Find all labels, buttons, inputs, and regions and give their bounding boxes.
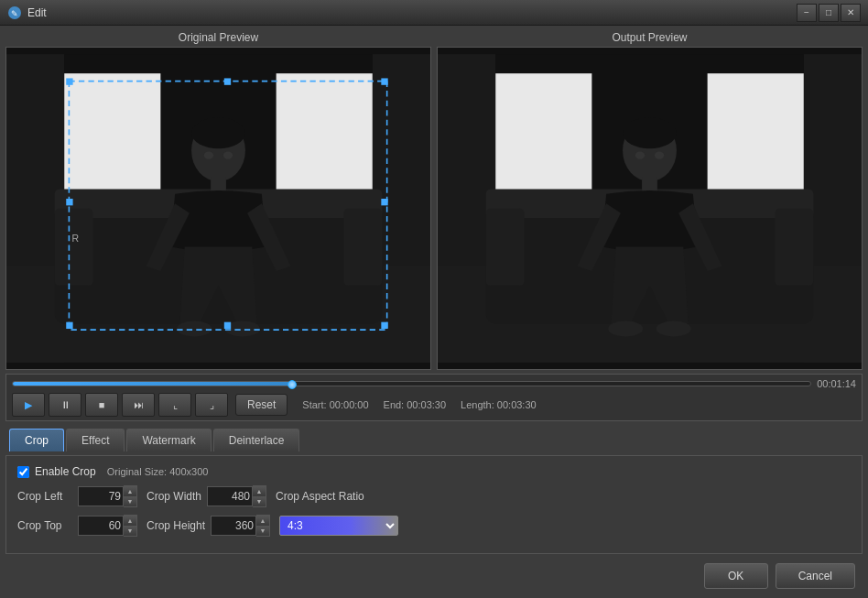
crop-left-down[interactable]: ▼ <box>124 496 136 506</box>
svg-rect-11 <box>343 209 382 286</box>
crop-panel: Enable Crop Original Size: 400x300 Crop … <box>5 455 863 554</box>
tab-deinterlace[interactable]: Deinterlace <box>213 429 300 451</box>
next-frame-button[interactable]: ⏭ <box>122 393 155 417</box>
svg-rect-26 <box>66 199 72 205</box>
app-icon: ✎ <box>7 5 22 20</box>
crop-height-spinner-btns: ▲ ▼ <box>256 515 270 537</box>
crop-width-spinner-btns: ▲ ▼ <box>253 485 266 507</box>
playback-controls: ▶ ⏸ ■ ⏭ ⌞ ⌟ Reset Start: 00:00:00 End: 0… <box>12 393 856 417</box>
crop-height-up[interactable]: ▲ <box>256 516 269 526</box>
crop-width-spinner: ▲ ▼ <box>207 485 266 507</box>
svg-point-17 <box>204 151 214 158</box>
timeline-thumb[interactable] <box>288 380 297 389</box>
crop-top-label: Crop Top <box>17 519 72 532</box>
tab-watermark[interactable]: Watermark <box>126 429 211 451</box>
enable-crop-group: Enable Crop Original Size: 400x300 <box>17 465 208 478</box>
svg-rect-37 <box>486 209 525 286</box>
output-preview-label: Output Preview <box>437 31 863 44</box>
crop-height-input[interactable] <box>211 516 256 536</box>
original-size-label: Original Size: 400x300 <box>107 466 209 477</box>
svg-rect-30 <box>495 73 591 208</box>
original-video-svg: R <box>6 48 430 369</box>
enable-crop-label: Enable Crop <box>35 465 96 478</box>
crop-width-group: Crop Width ▲ ▼ <box>146 485 266 507</box>
mark-in-button[interactable]: ⌞ <box>158 393 191 417</box>
start-time-value: 00:00:00 <box>330 399 369 410</box>
timeline-slider[interactable] <box>12 381 811 386</box>
svg-rect-10 <box>55 209 93 286</box>
crop-height-down[interactable]: ▼ <box>256 526 269 536</box>
crop-top-up[interactable]: ▲ <box>124 516 136 526</box>
svg-text:✎: ✎ <box>11 9 18 18</box>
svg-rect-4 <box>277 73 373 208</box>
maximize-button[interactable]: □ <box>819 4 839 22</box>
svg-point-42 <box>608 321 643 337</box>
svg-rect-3 <box>64 73 160 208</box>
svg-rect-25 <box>224 322 231 329</box>
tab-effect[interactable]: Effect <box>66 429 125 451</box>
crop-left-up[interactable]: ▲ <box>124 486 136 496</box>
end-time-value: 00:03:30 <box>407 399 446 410</box>
crop-row1: Crop Left ▲ ▼ Crop Width ▲ ▼ <box>17 485 851 507</box>
svg-point-15 <box>177 321 212 337</box>
crop-height-spinner: ▲ ▼ <box>211 515 270 537</box>
crop-enable-row: Enable Crop Original Size: 400x300 <box>17 465 851 478</box>
reset-button[interactable]: Reset <box>235 394 288 416</box>
original-preview-video: R <box>5 47 431 370</box>
tab-crop[interactable]: Crop <box>9 429 64 451</box>
minimize-button[interactable]: − <box>797 4 817 22</box>
crop-height-label: Crop Height <box>146 519 205 532</box>
crop-top-group: Crop Top ▲ ▼ <box>17 515 137 537</box>
play-button[interactable]: ▶ <box>12 393 45 417</box>
output-preview-panel: Output Preview <box>437 31 863 370</box>
crop-top-down[interactable]: ▼ <box>124 526 136 536</box>
titlebar: ✎ Edit − □ ✕ <box>0 0 868 26</box>
enable-crop-checkbox[interactable] <box>17 466 29 478</box>
mark-out-button[interactable]: ⌟ <box>195 393 228 417</box>
svg-point-13 <box>191 118 245 149</box>
crop-top-spinner-btns: ▲ ▼ <box>124 515 137 537</box>
svg-point-40 <box>623 118 677 149</box>
svg-point-44 <box>635 151 646 158</box>
svg-rect-38 <box>775 209 813 286</box>
crop-left-group: Crop Left ▲ ▼ <box>17 485 137 507</box>
crop-aspect-select[interactable]: 4:3 Free 16:9 1:1 2:1 3:2 <box>279 516 398 536</box>
main-content: Original Preview <box>0 26 868 598</box>
pause-button[interactable]: ⏸ <box>49 393 81 417</box>
bottom-bar: OK Cancel <box>5 558 863 593</box>
stop-button[interactable]: ■ <box>85 393 118 417</box>
svg-rect-23 <box>381 322 387 329</box>
crop-width-up[interactable]: ▲ <box>253 486 266 496</box>
current-time: 00:01:14 <box>817 378 856 389</box>
time-info: Start: 00:00:00 End: 00:03:30 Length: 00… <box>302 399 536 410</box>
edit-tabs: Crop Effect Watermark Deinterlace <box>5 425 863 451</box>
window-title: Edit <box>27 6 797 19</box>
crop-left-spinner: ▲ ▼ <box>78 485 137 507</box>
preview-area: Original Preview <box>5 31 863 370</box>
crop-left-spinner-btns: ▲ ▼ <box>124 485 137 507</box>
cancel-button[interactable]: Cancel <box>776 563 855 589</box>
ok-button[interactable]: OK <box>704 563 768 589</box>
timeline-area: 00:01:14 ▶ ⏸ ■ ⏭ ⌞ ⌟ Reset Start: 00:00:… <box>5 374 863 421</box>
svg-rect-31 <box>708 73 804 208</box>
svg-rect-21 <box>381 78 387 84</box>
crop-top-input[interactable] <box>78 516 124 536</box>
crop-width-down[interactable]: ▼ <box>253 496 266 506</box>
timeline-progress <box>13 382 292 386</box>
svg-text:R: R <box>72 233 80 244</box>
crop-top-spinner: ▲ ▼ <box>78 515 137 537</box>
svg-point-45 <box>655 151 665 158</box>
crop-width-input[interactable] <box>207 486 253 506</box>
svg-rect-22 <box>66 322 72 329</box>
crop-width-label: Crop Width <box>146 490 201 503</box>
timeline-slider-row: 00:01:14 <box>12 378 856 389</box>
window-controls: − □ ✕ <box>797 4 861 22</box>
length-label: Length: 00:03:30 <box>461 399 537 410</box>
crop-left-input[interactable] <box>78 486 124 506</box>
original-preview-label: Original Preview <box>5 31 431 44</box>
crop-left-label: Crop Left <box>17 490 72 503</box>
close-button[interactable]: ✕ <box>841 4 861 22</box>
svg-point-43 <box>656 321 691 337</box>
start-time-label: Start: 00:00:00 <box>302 399 368 410</box>
output-video-svg <box>438 48 862 369</box>
